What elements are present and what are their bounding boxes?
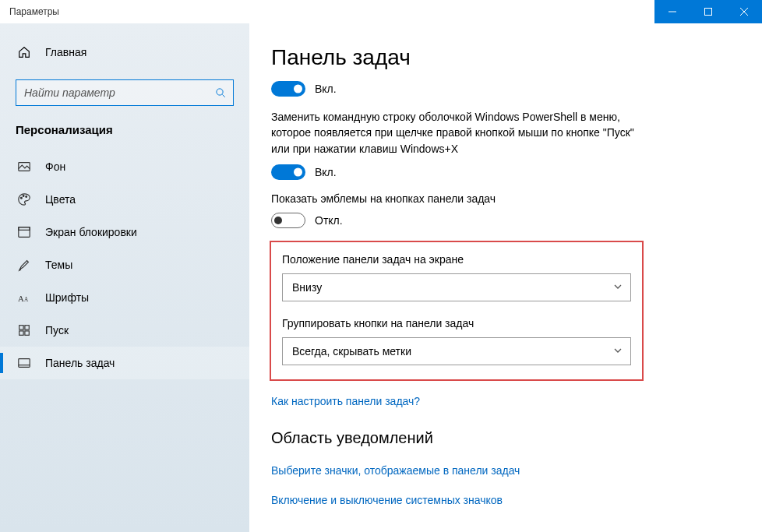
sidebar-item-label: Цвета bbox=[45, 193, 76, 206]
chevron-down-icon bbox=[613, 281, 623, 294]
position-dropdown[interactable]: Внизу bbox=[282, 273, 631, 301]
svg-point-8 bbox=[23, 196, 24, 197]
sidebar: Главная Персонализация Фон bbox=[0, 23, 249, 532]
sidebar-item-themes[interactable]: Темы bbox=[0, 248, 249, 281]
sidebar-item-fonts[interactable]: AA Шрифты bbox=[0, 281, 249, 314]
sidebar-item-taskbar[interactable]: Панель задач bbox=[0, 347, 249, 379]
sidebar-item-label: Темы bbox=[45, 259, 72, 271]
how-to-link[interactable]: Как настроить панели задач? bbox=[271, 395, 731, 407]
window-controls bbox=[654, 0, 762, 23]
category-header: Персонализация bbox=[0, 123, 249, 150]
home-nav[interactable]: Главная bbox=[0, 37, 249, 67]
svg-rect-10 bbox=[19, 227, 30, 238]
window-title: Параметры bbox=[9, 6, 654, 17]
lockscreen-icon bbox=[16, 225, 33, 239]
sidebar-item-colors[interactable]: Цвета bbox=[0, 183, 249, 216]
search-input[interactable] bbox=[24, 86, 215, 99]
toggle-label: Вкл. bbox=[315, 166, 337, 178]
svg-line-5 bbox=[222, 94, 224, 97]
sidebar-item-label: Шрифты bbox=[45, 291, 89, 304]
svg-text:A: A bbox=[24, 297, 29, 303]
sidebar-item-start[interactable]: Пуск bbox=[0, 314, 249, 347]
font-icon: AA bbox=[16, 291, 33, 305]
group-label: Группировать кнопки на панели задач bbox=[282, 317, 631, 329]
svg-text:A: A bbox=[18, 294, 24, 303]
sidebar-item-label: Экран блокировки bbox=[45, 226, 137, 238]
highlight-annotation: Положение панели задач на экране Внизу Г… bbox=[270, 241, 644, 381]
svg-rect-18 bbox=[19, 359, 30, 368]
sidebar-item-background[interactable]: Фон bbox=[0, 150, 249, 183]
dropdown-value: Внизу bbox=[292, 281, 613, 294]
powershell-description: Заменить командную строку оболочкой Wind… bbox=[271, 109, 637, 157]
system-icons-link[interactable]: Включение и выключение системных значков bbox=[271, 494, 731, 506]
picture-icon bbox=[16, 160, 33, 174]
position-label: Положение панели задач на экране bbox=[282, 253, 631, 266]
sidebar-item-label: Фон bbox=[45, 160, 65, 173]
toggle-label: Откл. bbox=[315, 214, 343, 227]
svg-rect-15 bbox=[25, 326, 29, 329]
palette-icon bbox=[16, 192, 33, 206]
sidebar-item-lockscreen[interactable]: Экран блокировки bbox=[0, 216, 249, 248]
close-button[interactable] bbox=[726, 0, 762, 23]
maximize-button[interactable] bbox=[690, 0, 726, 23]
main-content: Панель задач Вкл. Заменить командную стр… bbox=[249, 23, 762, 532]
home-icon bbox=[16, 45, 33, 59]
toggle-lock-taskbar[interactable] bbox=[271, 81, 305, 97]
badges-label: Показать эмблемы на кнопках панели задач bbox=[271, 192, 731, 205]
svg-point-9 bbox=[26, 196, 27, 198]
start-icon bbox=[16, 323, 33, 337]
brush-icon bbox=[16, 258, 33, 272]
taskbar-icon bbox=[16, 356, 33, 370]
toggle-badges[interactable] bbox=[271, 213, 305, 228]
notification-area-heading: Область уведомлений bbox=[271, 429, 731, 447]
svg-point-4 bbox=[217, 88, 223, 94]
svg-rect-11 bbox=[19, 227, 30, 231]
home-label: Главная bbox=[45, 46, 86, 58]
search-box[interactable] bbox=[16, 79, 234, 106]
page-title: Панель задач bbox=[271, 45, 731, 70]
select-icons-link[interactable]: Выберите значки, отображаемые в панели з… bbox=[271, 464, 731, 477]
toggle-label: Вкл. bbox=[315, 83, 337, 95]
svg-rect-17 bbox=[25, 331, 29, 335]
dropdown-value: Всегда, скрывать метки bbox=[292, 345, 613, 358]
svg-point-7 bbox=[21, 197, 23, 199]
search-icon bbox=[215, 87, 227, 99]
toggle-powershell[interactable] bbox=[271, 164, 305, 180]
svg-rect-16 bbox=[19, 331, 23, 335]
titlebar: Параметры bbox=[0, 0, 762, 23]
sidebar-item-label: Пуск bbox=[45, 324, 69, 336]
minimize-button[interactable] bbox=[654, 0, 690, 23]
sidebar-item-label: Панель задач bbox=[45, 357, 115, 369]
svg-rect-14 bbox=[19, 326, 23, 329]
chevron-down-icon bbox=[613, 345, 623, 358]
group-dropdown[interactable]: Всегда, скрывать метки bbox=[282, 337, 631, 365]
svg-rect-1 bbox=[705, 9, 712, 16]
